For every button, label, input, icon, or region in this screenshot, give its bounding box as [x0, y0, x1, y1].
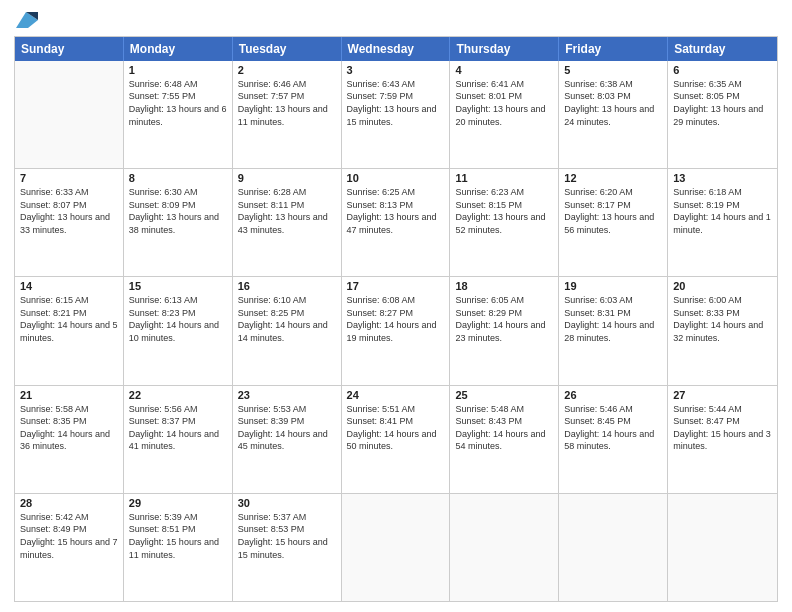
day-number: 9 — [238, 172, 336, 184]
day-cell-28: 28Sunrise: 5:42 AM Sunset: 8:49 PM Dayli… — [15, 494, 124, 601]
day-number: 27 — [673, 389, 772, 401]
day-cell-25: 25Sunrise: 5:48 AM Sunset: 8:43 PM Dayli… — [450, 386, 559, 493]
day-number: 19 — [564, 280, 662, 292]
day-cell-9: 9Sunrise: 6:28 AM Sunset: 8:11 PM Daylig… — [233, 169, 342, 276]
calendar: SundayMondayTuesdayWednesdayThursdayFrid… — [14, 36, 778, 602]
day-number: 28 — [20, 497, 118, 509]
empty-cell — [342, 494, 451, 601]
day-info: Sunrise: 6:35 AM Sunset: 8:05 PM Dayligh… — [673, 78, 772, 128]
day-number: 30 — [238, 497, 336, 509]
day-info: Sunrise: 5:46 AM Sunset: 8:45 PM Dayligh… — [564, 403, 662, 453]
day-number: 13 — [673, 172, 772, 184]
day-number: 4 — [455, 64, 553, 76]
header — [14, 10, 778, 30]
day-info: Sunrise: 6:46 AM Sunset: 7:57 PM Dayligh… — [238, 78, 336, 128]
day-info: Sunrise: 5:48 AM Sunset: 8:43 PM Dayligh… — [455, 403, 553, 453]
header-day-wednesday: Wednesday — [342, 37, 451, 61]
day-cell-23: 23Sunrise: 5:53 AM Sunset: 8:39 PM Dayli… — [233, 386, 342, 493]
day-info: Sunrise: 5:44 AM Sunset: 8:47 PM Dayligh… — [673, 403, 772, 453]
empty-cell — [15, 61, 124, 168]
week-row-4: 21Sunrise: 5:58 AM Sunset: 8:35 PM Dayli… — [15, 385, 777, 493]
day-info: Sunrise: 6:30 AM Sunset: 8:09 PM Dayligh… — [129, 186, 227, 236]
week-row-3: 14Sunrise: 6:15 AM Sunset: 8:21 PM Dayli… — [15, 276, 777, 384]
day-cell-17: 17Sunrise: 6:08 AM Sunset: 8:27 PM Dayli… — [342, 277, 451, 384]
day-number: 22 — [129, 389, 227, 401]
day-info: Sunrise: 6:10 AM Sunset: 8:25 PM Dayligh… — [238, 294, 336, 344]
day-cell-4: 4Sunrise: 6:41 AM Sunset: 8:01 PM Daylig… — [450, 61, 559, 168]
day-info: Sunrise: 5:51 AM Sunset: 8:41 PM Dayligh… — [347, 403, 445, 453]
day-number: 29 — [129, 497, 227, 509]
day-info: Sunrise: 5:37 AM Sunset: 8:53 PM Dayligh… — [238, 511, 336, 561]
day-info: Sunrise: 5:58 AM Sunset: 8:35 PM Dayligh… — [20, 403, 118, 453]
week-row-1: 1Sunrise: 6:48 AM Sunset: 7:55 PM Daylig… — [15, 61, 777, 168]
day-number: 25 — [455, 389, 553, 401]
day-info: Sunrise: 6:08 AM Sunset: 8:27 PM Dayligh… — [347, 294, 445, 344]
day-number: 6 — [673, 64, 772, 76]
day-cell-13: 13Sunrise: 6:18 AM Sunset: 8:19 PM Dayli… — [668, 169, 777, 276]
day-info: Sunrise: 6:41 AM Sunset: 8:01 PM Dayligh… — [455, 78, 553, 128]
day-cell-6: 6Sunrise: 6:35 AM Sunset: 8:05 PM Daylig… — [668, 61, 777, 168]
day-cell-3: 3Sunrise: 6:43 AM Sunset: 7:59 PM Daylig… — [342, 61, 451, 168]
day-cell-10: 10Sunrise: 6:25 AM Sunset: 8:13 PM Dayli… — [342, 169, 451, 276]
day-cell-1: 1Sunrise: 6:48 AM Sunset: 7:55 PM Daylig… — [124, 61, 233, 168]
day-number: 11 — [455, 172, 553, 184]
day-number: 15 — [129, 280, 227, 292]
day-cell-27: 27Sunrise: 5:44 AM Sunset: 8:47 PM Dayli… — [668, 386, 777, 493]
day-info: Sunrise: 6:15 AM Sunset: 8:21 PM Dayligh… — [20, 294, 118, 344]
calendar-header: SundayMondayTuesdayWednesdayThursdayFrid… — [15, 37, 777, 61]
day-cell-24: 24Sunrise: 5:51 AM Sunset: 8:41 PM Dayli… — [342, 386, 451, 493]
day-info: Sunrise: 6:48 AM Sunset: 7:55 PM Dayligh… — [129, 78, 227, 128]
day-cell-26: 26Sunrise: 5:46 AM Sunset: 8:45 PM Dayli… — [559, 386, 668, 493]
day-info: Sunrise: 5:39 AM Sunset: 8:51 PM Dayligh… — [129, 511, 227, 561]
header-day-monday: Monday — [124, 37, 233, 61]
day-cell-21: 21Sunrise: 5:58 AM Sunset: 8:35 PM Dayli… — [15, 386, 124, 493]
day-number: 23 — [238, 389, 336, 401]
day-cell-12: 12Sunrise: 6:20 AM Sunset: 8:17 PM Dayli… — [559, 169, 668, 276]
day-cell-7: 7Sunrise: 6:33 AM Sunset: 8:07 PM Daylig… — [15, 169, 124, 276]
day-info: Sunrise: 5:56 AM Sunset: 8:37 PM Dayligh… — [129, 403, 227, 453]
day-number: 3 — [347, 64, 445, 76]
day-info: Sunrise: 6:25 AM Sunset: 8:13 PM Dayligh… — [347, 186, 445, 236]
day-cell-19: 19Sunrise: 6:03 AM Sunset: 8:31 PM Dayli… — [559, 277, 668, 384]
day-info: Sunrise: 6:43 AM Sunset: 7:59 PM Dayligh… — [347, 78, 445, 128]
day-number: 14 — [20, 280, 118, 292]
day-number: 5 — [564, 64, 662, 76]
header-day-thursday: Thursday — [450, 37, 559, 61]
empty-cell — [668, 494, 777, 601]
day-cell-18: 18Sunrise: 6:05 AM Sunset: 8:29 PM Dayli… — [450, 277, 559, 384]
day-info: Sunrise: 6:28 AM Sunset: 8:11 PM Dayligh… — [238, 186, 336, 236]
day-number: 2 — [238, 64, 336, 76]
day-cell-8: 8Sunrise: 6:30 AM Sunset: 8:09 PM Daylig… — [124, 169, 233, 276]
day-cell-30: 30Sunrise: 5:37 AM Sunset: 8:53 PM Dayli… — [233, 494, 342, 601]
day-number: 1 — [129, 64, 227, 76]
header-day-friday: Friday — [559, 37, 668, 61]
day-number: 18 — [455, 280, 553, 292]
day-cell-14: 14Sunrise: 6:15 AM Sunset: 8:21 PM Dayli… — [15, 277, 124, 384]
day-info: Sunrise: 6:33 AM Sunset: 8:07 PM Dayligh… — [20, 186, 118, 236]
day-info: Sunrise: 5:42 AM Sunset: 8:49 PM Dayligh… — [20, 511, 118, 561]
day-info: Sunrise: 6:20 AM Sunset: 8:17 PM Dayligh… — [564, 186, 662, 236]
header-day-sunday: Sunday — [15, 37, 124, 61]
day-info: Sunrise: 6:18 AM Sunset: 8:19 PM Dayligh… — [673, 186, 772, 236]
logo-icon — [16, 12, 38, 28]
week-row-5: 28Sunrise: 5:42 AM Sunset: 8:49 PM Dayli… — [15, 493, 777, 601]
day-cell-5: 5Sunrise: 6:38 AM Sunset: 8:03 PM Daylig… — [559, 61, 668, 168]
day-number: 12 — [564, 172, 662, 184]
day-number: 20 — [673, 280, 772, 292]
day-number: 26 — [564, 389, 662, 401]
day-info: Sunrise: 6:13 AM Sunset: 8:23 PM Dayligh… — [129, 294, 227, 344]
day-cell-29: 29Sunrise: 5:39 AM Sunset: 8:51 PM Dayli… — [124, 494, 233, 601]
header-day-saturday: Saturday — [668, 37, 777, 61]
day-number: 17 — [347, 280, 445, 292]
day-cell-16: 16Sunrise: 6:10 AM Sunset: 8:25 PM Dayli… — [233, 277, 342, 384]
calendar-body: 1Sunrise: 6:48 AM Sunset: 7:55 PM Daylig… — [15, 61, 777, 601]
day-number: 10 — [347, 172, 445, 184]
day-info: Sunrise: 6:05 AM Sunset: 8:29 PM Dayligh… — [455, 294, 553, 344]
day-info: Sunrise: 5:53 AM Sunset: 8:39 PM Dayligh… — [238, 403, 336, 453]
day-info: Sunrise: 6:00 AM Sunset: 8:33 PM Dayligh… — [673, 294, 772, 344]
logo — [14, 10, 38, 30]
day-number: 8 — [129, 172, 227, 184]
empty-cell — [450, 494, 559, 601]
day-info: Sunrise: 6:38 AM Sunset: 8:03 PM Dayligh… — [564, 78, 662, 128]
header-day-tuesday: Tuesday — [233, 37, 342, 61]
